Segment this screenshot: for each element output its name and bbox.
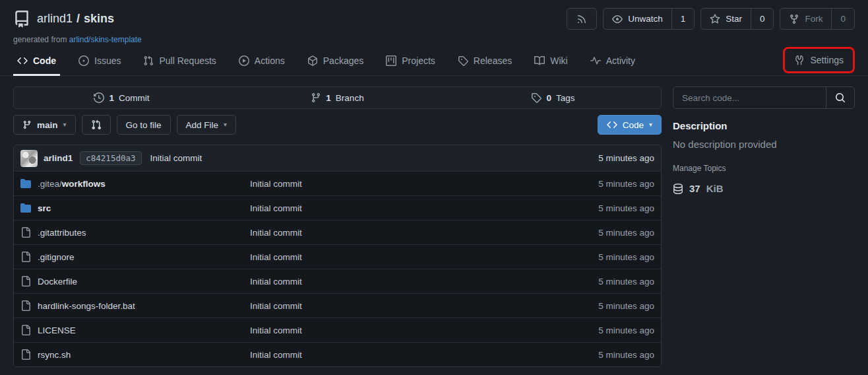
commits-label: Commit: [119, 93, 150, 103]
play-circle-icon: [239, 55, 249, 66]
star-button-group: Star 0: [700, 8, 774, 30]
file-commit-time: 5 minutes ago: [598, 203, 654, 213]
repo-icon: [13, 11, 30, 28]
file-link[interactable]: rsync.sh: [20, 349, 250, 360]
rss-icon: [576, 14, 587, 24]
package-icon: [307, 55, 318, 66]
tab-issues[interactable]: Issues: [75, 55, 125, 76]
repo-owner-link[interactable]: arlind1: [37, 12, 73, 25]
table-row: .gitignore Initial commit 5 minutes ago: [14, 244, 661, 269]
branch-selector[interactable]: main ▾: [13, 115, 76, 135]
tags-stat[interactable]: 0 Tags: [445, 87, 661, 108]
file-link[interactable]: .gitea/workflows: [20, 178, 250, 189]
file-commit-message[interactable]: Initial commit: [250, 252, 598, 262]
commit-message-link[interactable]: Initial commit: [150, 153, 202, 163]
compare-button[interactable]: [82, 115, 111, 135]
repo-size-unit: KiB: [706, 183, 724, 194]
fork-icon: [789, 14, 799, 24]
file-commit-time: 5 minutes ago: [598, 350, 654, 360]
avatar[interactable]: [20, 150, 38, 167]
tab-actions-label: Actions: [255, 55, 285, 66]
code-button-label: Code: [623, 120, 644, 130]
stars-count[interactable]: 0: [751, 9, 774, 29]
commits-stat[interactable]: 1 Commit: [14, 87, 230, 108]
forks-count[interactable]: 0: [831, 9, 854, 29]
file-commit-time: 5 minutes ago: [598, 325, 654, 335]
file-link[interactable]: hardlink-songs-folder.bat: [20, 300, 250, 311]
unwatch-button[interactable]: Unwatch: [604, 9, 671, 29]
file-icon: [20, 252, 31, 262]
file-commit-message[interactable]: Initial commit: [250, 350, 598, 360]
file-name: rsync.sh: [38, 350, 71, 360]
tab-packages[interactable]: Packages: [303, 55, 367, 76]
fork-label: Fork: [805, 14, 822, 24]
file-link[interactable]: .gitattributes: [20, 227, 250, 238]
tag-icon: [531, 92, 542, 103]
branches-stat[interactable]: 1 Branch: [230, 87, 445, 108]
manage-topics-link[interactable]: Manage Topics: [673, 164, 726, 173]
go-to-file-label: Go to file: [126, 120, 162, 130]
tab-releases[interactable]: Releases: [454, 55, 516, 76]
tab-actions[interactable]: Actions: [235, 55, 289, 76]
git-compare-icon: [91, 119, 102, 130]
go-to-file-button[interactable]: Go to file: [117, 115, 171, 135]
search-input[interactable]: [673, 87, 826, 108]
table-row: hardlink-songs-folder.bat Initial commit…: [14, 293, 661, 318]
tab-projects[interactable]: Projects: [382, 55, 439, 76]
tab-activity-label: Activity: [606, 55, 635, 66]
table-row: src Initial commit 5 minutes ago: [14, 195, 661, 220]
file-link[interactable]: src: [20, 203, 250, 213]
star-button[interactable]: Star: [701, 9, 751, 29]
tag-icon: [458, 55, 468, 66]
file-link[interactable]: Dockerfile: [20, 276, 250, 287]
file-commit-time: 5 minutes ago: [598, 179, 654, 189]
description-text: No description provided: [673, 139, 855, 150]
file-icon: [20, 227, 31, 238]
branches-label: Branch: [336, 93, 364, 103]
repo-actions: Unwatch 1 Star 0 Fork 0: [567, 8, 855, 30]
file-commit-message[interactable]: Initial commit: [250, 203, 598, 213]
tab-pull-requests[interactable]: Pull Requests: [139, 55, 220, 76]
watchers-count[interactable]: 1: [671, 9, 695, 29]
tab-code[interactable]: Code: [13, 55, 60, 76]
file-toolbar: main ▾ Go to file Add File ▾ Code ▾: [13, 115, 662, 135]
star-icon: [710, 14, 720, 24]
search-button[interactable]: [826, 87, 854, 108]
code-download-button[interactable]: Code ▾: [598, 115, 662, 135]
eye-icon: [612, 14, 623, 24]
file-name: hardlink-songs-folder.bat: [38, 301, 135, 311]
file-commit-message[interactable]: Initial commit: [250, 301, 598, 311]
file-commit-message[interactable]: Initial commit: [250, 325, 598, 335]
file-name: .gitattributes: [38, 228, 86, 238]
tags-count: 0: [546, 93, 551, 103]
commit-hash-badge[interactable]: c84215d0a3: [80, 151, 141, 165]
file-commit-time: 5 minutes ago: [598, 277, 654, 287]
template-repo-link[interactable]: arlind/skins-template: [69, 35, 142, 44]
tab-projects-label: Projects: [402, 55, 435, 66]
table-row: .gitattributes Initial commit 5 minutes …: [14, 220, 661, 244]
tab-settings-label: Settings: [810, 55, 844, 65]
rss-button[interactable]: [567, 8, 597, 30]
tab-wiki[interactable]: Wiki: [530, 55, 571, 76]
add-file-button[interactable]: Add File ▾: [177, 115, 237, 135]
file-link[interactable]: .gitignore: [20, 252, 250, 262]
tab-settings[interactable]: Settings: [794, 55, 844, 65]
tab-releases-label: Releases: [474, 55, 512, 66]
tab-activity[interactable]: Activity: [586, 55, 639, 76]
file-commit-message[interactable]: Initial commit: [250, 228, 598, 238]
generated-from-line: generated from arlind/skins-template: [13, 35, 855, 44]
issue-icon: [78, 55, 89, 66]
pulse-icon: [590, 55, 601, 66]
repo-stats-bar: 1 Commit 1 Branch 0 Tags: [13, 86, 662, 109]
add-file-label: Add File: [186, 120, 219, 130]
file-commit-message[interactable]: Initial commit: [250, 179, 598, 189]
tab-code-label: Code: [33, 55, 56, 66]
watch-button-group: Unwatch 1: [603, 8, 695, 30]
file-link[interactable]: LICENSE: [20, 325, 250, 335]
commit-author-link[interactable]: arlind1: [44, 153, 73, 163]
repo-name-link[interactable]: skins: [84, 12, 114, 25]
commits-count: 1: [109, 93, 114, 103]
tags-label: Tags: [556, 93, 575, 103]
fork-button[interactable]: Fork: [780, 9, 831, 29]
file-commit-message[interactable]: Initial commit: [250, 277, 598, 287]
